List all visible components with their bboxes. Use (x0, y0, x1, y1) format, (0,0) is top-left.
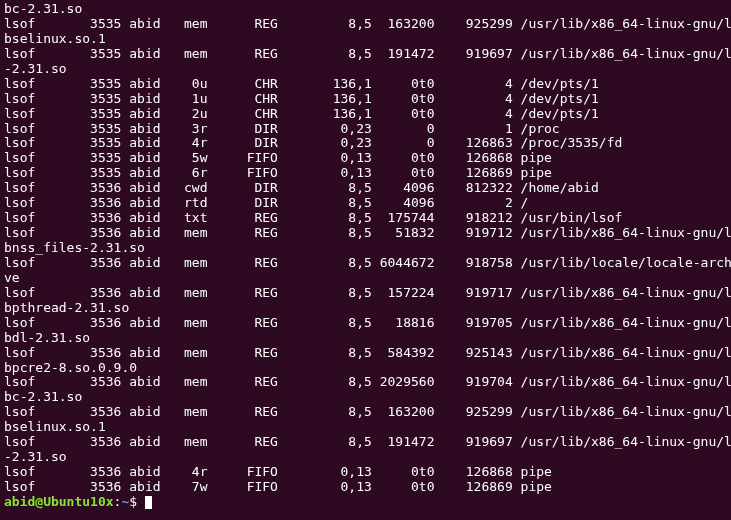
output-row: lsof 3535 abid 3r DIR 0,23 0 1 /proc (4, 122, 727, 137)
output-wrap: -2.31.so (4, 62, 727, 77)
output-wrap: bselinux.so.1 (4, 32, 727, 47)
output-wrap: bpcre2-8.so.0.9.0 (4, 361, 727, 376)
output-wrap: -2.31.so (4, 450, 727, 465)
output-wrap: bnss_files-2.31.so (4, 241, 727, 256)
output-row: lsof 3536 abid mem REG 8,5 163200 925299… (4, 405, 727, 420)
terminal-output: bc-2.31.solsof 3535 abid mem REG 8,5 163… (4, 2, 727, 495)
output-wrap: ve (4, 271, 727, 286)
output-wrap: bselinux.so.1 (4, 420, 727, 435)
prompt-line[interactable]: abid@Ubuntu10x:~$ (4, 495, 727, 510)
output-row: lsof 3535 abid 0u CHR 136,1 0t0 4 /dev/p… (4, 77, 727, 92)
prompt-host: Ubuntu10x (43, 494, 113, 509)
output-row: lsof 3536 abid cwd DIR 8,5 4096 812322 /… (4, 181, 727, 196)
prompt-user: abid (4, 494, 35, 509)
output-row: lsof 3536 abid 7w FIFO 0,13 0t0 126869 p… (4, 480, 727, 495)
output-row: lsof 3535 abid 4r DIR 0,23 0 126863 /pro… (4, 136, 727, 151)
output-row: lsof 3536 abid mem REG 8,5 6044672 91875… (4, 256, 727, 271)
output-row: lsof 3536 abid mem REG 8,5 18816 919705 … (4, 316, 727, 331)
output-row: lsof 3536 abid mem REG 8,5 191472 919697… (4, 435, 727, 450)
output-row: lsof 3535 abid mem REG 8,5 163200 925299… (4, 17, 727, 32)
output-row: lsof 3535 abid 5w FIFO 0,13 0t0 126868 p… (4, 151, 727, 166)
output-row: lsof 3535 abid mem REG 8,5 191472 919697… (4, 47, 727, 62)
output-row: lsof 3535 abid 6r FIFO 0,13 0t0 126869 p… (4, 166, 727, 181)
output-wrap: bc-2.31.so (4, 390, 727, 405)
output-wrap: bc-2.31.so (4, 2, 727, 17)
output-row: lsof 3535 abid 1u CHR 136,1 0t0 4 /dev/p… (4, 92, 727, 107)
output-row: lsof 3536 abid mem REG 8,5 51832 919712 … (4, 226, 727, 241)
prompt-at: @ (35, 494, 43, 509)
cursor (145, 496, 152, 509)
output-row: lsof 3536 abid rtd DIR 8,5 4096 2 / (4, 196, 727, 211)
output-row: lsof 3535 abid 2u CHR 136,1 0t0 4 /dev/p… (4, 107, 727, 122)
output-row: lsof 3536 abid txt REG 8,5 175744 918212… (4, 211, 727, 226)
prompt-symbol: $ (129, 494, 137, 509)
output-wrap: bdl-2.31.so (4, 331, 727, 346)
output-wrap: bpthread-2.31.so (4, 301, 727, 316)
output-row: lsof 3536 abid mem REG 8,5 157224 919717… (4, 286, 727, 301)
output-row: lsof 3536 abid mem REG 8,5 584392 925143… (4, 346, 727, 361)
output-row: lsof 3536 abid mem REG 8,5 2029560 91970… (4, 375, 727, 390)
output-row: lsof 3536 abid 4r FIFO 0,13 0t0 126868 p… (4, 465, 727, 480)
